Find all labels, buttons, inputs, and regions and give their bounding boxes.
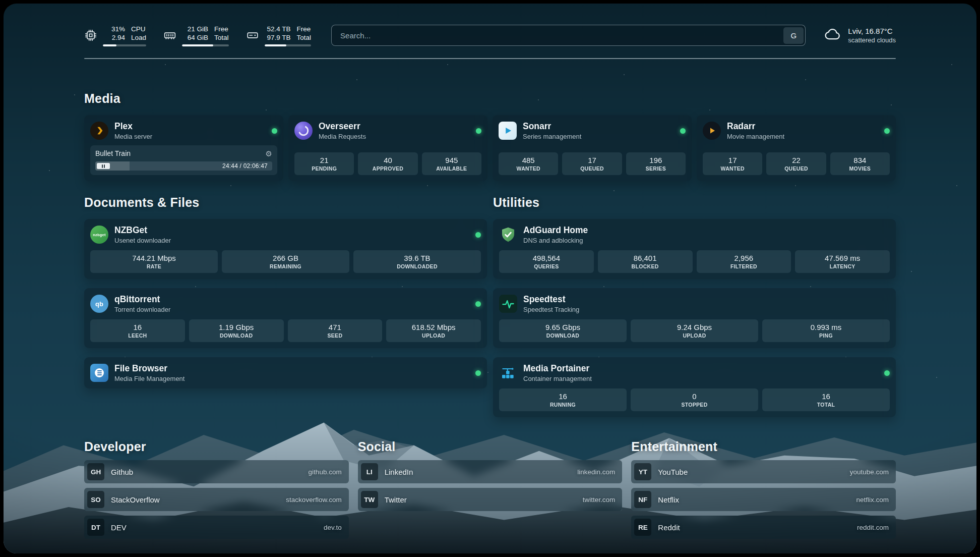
memory-free-label: Free xyxy=(214,25,229,33)
app-name: Radarr xyxy=(727,121,784,132)
bookmark-stackoverflow[interactable]: SO StackOverflow stackoverflow.com xyxy=(84,488,349,511)
bookmark-group-entertainment: Entertainment YT YouTube youtube.com NF … xyxy=(631,439,896,539)
cpu-percent-value: 31% xyxy=(103,25,125,33)
nzbget-link[interactable]: nzbget NZBGet Usenet downloader xyxy=(90,225,481,244)
app-name: Plex xyxy=(114,121,152,132)
playback-time: 24:44 / 02:06:47 xyxy=(222,162,268,170)
overseerr-link[interactable]: Overseerr Media Requests xyxy=(294,121,481,140)
disk-icon xyxy=(246,29,259,42)
utilities-section-title: Utilities xyxy=(493,195,896,210)
stat-queued: 22 QUEUED xyxy=(766,152,826,175)
status-dot xyxy=(272,128,277,134)
status-dot xyxy=(475,301,481,307)
bookmark-reddit[interactable]: RE Reddit reddit.com xyxy=(631,516,896,539)
stat-available: 945 AVAILABLE xyxy=(422,152,481,175)
netflix-abbr-icon: NF xyxy=(634,491,651,508)
disk-free-label: Free xyxy=(297,25,312,33)
sonarr-card: Sonarr Series management 485 WANTED 17 Q… xyxy=(493,115,692,181)
section-media: Media Plex Media server xyxy=(84,91,896,181)
disk-total-value: 97.9 TB xyxy=(265,33,291,42)
app-name: Media Portainer xyxy=(523,363,592,374)
memory-usage-bar-fill xyxy=(182,44,213,46)
qbittorrent-link[interactable]: qb qBittorrent Torrent downloader xyxy=(90,294,481,313)
filebrowser-icon xyxy=(90,364,108,382)
playback-progress-bar[interactable]: 24:44 / 02:06:47 xyxy=(95,161,272,171)
radarr-card: Radarr Movie management 17 WANTED 22 QUE… xyxy=(697,115,896,181)
section-utilities: Utilities xyxy=(493,195,896,417)
stat-filtered: 2,956 FILTERED xyxy=(697,250,791,273)
stat-queued: 17 QUEUED xyxy=(562,152,622,175)
bookmark-youtube[interactable]: YT YouTube youtube.com xyxy=(631,460,896,483)
app-subtitle: Usenet downloader xyxy=(114,237,171,244)
google-search-button[interactable]: G xyxy=(783,27,804,44)
app-name: Speedtest xyxy=(523,294,579,305)
adguard-link[interactable]: AdGuard Home DNS and adblocking xyxy=(499,225,890,244)
dashboard-page: 31% 2.94 CPU Load xyxy=(4,4,976,553)
stat-approved: 40 APPROVED xyxy=(358,152,417,175)
portainer-card: Media Portainer Container management 16 … xyxy=(493,357,896,417)
bookmark-linkedin[interactable]: LI LinkedIn linkedin.com xyxy=(358,460,623,483)
weather-widget: Lviv, 16.87°C scattered clouds xyxy=(824,25,896,45)
app-name: Sonarr xyxy=(523,121,581,132)
plex-icon xyxy=(90,122,108,140)
bookmark-group-social: Social LI LinkedIn linkedin.com TW Twitt… xyxy=(358,439,623,539)
stat-upload: 618.52 Mbps UPLOAD xyxy=(386,319,481,342)
speedtest-link[interactable]: Speedtest Speedtest Tracking xyxy=(499,294,890,313)
app-name: Overseerr xyxy=(319,121,366,132)
sonarr-link[interactable]: Sonarr Series management xyxy=(499,121,686,140)
cpu-icon xyxy=(84,29,97,42)
reddit-abbr-icon: RE xyxy=(634,519,651,536)
nzbget-icon: nzbget xyxy=(90,226,108,244)
plex-link[interactable]: Plex Media server xyxy=(90,121,277,140)
section-documents: Documents & Files nzbget NZBGet Usenet d… xyxy=(84,195,487,388)
stat-upload: 9.24 Gbps UPLOAD xyxy=(631,319,758,342)
status-dot xyxy=(475,232,481,238)
stat-stopped: 0 STOPPED xyxy=(631,388,758,411)
bookmark-dev[interactable]: DT DEV dev.to xyxy=(84,516,349,539)
cpu-load-label: Load xyxy=(131,33,146,42)
app-subtitle: Container management xyxy=(523,375,592,382)
bookmark-twitter[interactable]: TW Twitter twitter.com xyxy=(358,488,623,511)
radarr-icon xyxy=(703,122,721,140)
stat-remaining: 266 GB REMAINING xyxy=(222,250,349,273)
search-bar[interactable]: G xyxy=(331,25,806,46)
stat-seed: 471 SEED xyxy=(288,319,383,342)
adguard-card: AdGuard Home DNS and adblocking 498,564 … xyxy=(493,219,896,279)
memory-usage-bar xyxy=(182,44,229,46)
stat-running: 16 RUNNING xyxy=(499,388,627,411)
radarr-link[interactable]: Radarr Movie management xyxy=(703,121,890,140)
entertainment-section-title: Entertainment xyxy=(631,439,896,454)
header-divider xyxy=(84,58,896,59)
plex-now-playing: Bullet Train ⚙ 24:44 / 02:06:47 xyxy=(90,145,277,175)
weather-location: Lviv, 16.87°C xyxy=(848,27,896,35)
background-stars-bright xyxy=(4,4,5,5)
bookmark-netflix[interactable]: NF Netflix netflix.com xyxy=(631,488,896,511)
portainer-link[interactable]: Media Portainer Container management xyxy=(499,363,890,382)
app-subtitle: Torrent downloader xyxy=(114,306,170,313)
disk-widget: 52.4 TB 97.9 TB Free Total xyxy=(246,25,312,46)
stat-downloaded: 39.6 TB DOWNLOADED xyxy=(353,250,481,273)
gear-icon[interactable]: ⚙ xyxy=(266,150,272,157)
stat-ping: 0.993 ms PING xyxy=(762,319,890,342)
developer-section-title: Developer xyxy=(84,439,349,454)
bookmark-github[interactable]: GH Github github.com xyxy=(84,460,349,483)
status-dot xyxy=(884,370,890,376)
app-subtitle: Series management xyxy=(523,133,581,140)
topbar: 31% 2.94 CPU Load xyxy=(84,21,896,50)
pause-icon[interactable] xyxy=(97,163,110,169)
filebrowser-link[interactable]: File Browser Media File Management xyxy=(90,363,481,382)
app-name: qBittorrent xyxy=(114,294,170,305)
social-section-title: Social xyxy=(358,439,623,454)
documents-section-title: Documents & Files xyxy=(84,195,487,210)
stat-pending: 21 PENDING xyxy=(294,152,354,175)
stat-latency: 47.569 ms LATENCY xyxy=(795,250,890,273)
app-subtitle: Speedtest Tracking xyxy=(523,306,579,313)
media-section-title: Media xyxy=(84,91,896,106)
portainer-icon xyxy=(499,364,517,382)
filebrowser-card: File Browser Media File Management xyxy=(84,357,487,388)
search-input[interactable] xyxy=(333,31,783,40)
cpu-usage-bar-fill xyxy=(103,44,116,46)
memory-icon xyxy=(163,29,176,42)
stat-leech: 16 LEECH xyxy=(90,319,185,342)
qbittorrent-card: qb qBittorrent Torrent downloader 16 xyxy=(84,288,487,348)
